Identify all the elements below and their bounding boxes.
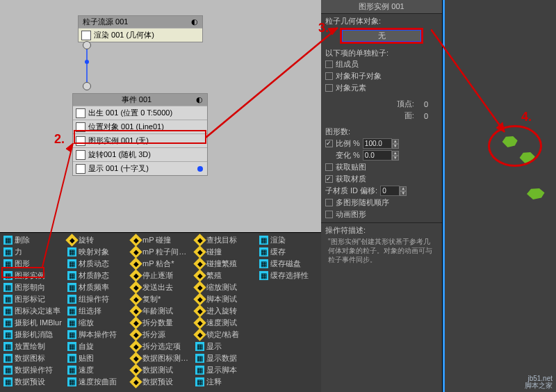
depot-operator[interactable]: ◆数据预设 xyxy=(129,376,193,388)
depot-operator[interactable]: ◆年龄测试 xyxy=(129,305,193,317)
cb-ratio[interactable] xyxy=(325,140,333,147)
depot-operator[interactable]: ◆缩放测试 xyxy=(193,281,257,293)
depot-operator[interactable]: ◆查找目标 xyxy=(193,234,257,246)
shapes-label: 图形数: xyxy=(325,126,350,137)
depot-operator[interactable]: ▦删除 xyxy=(1,234,65,246)
depot-operator[interactable]: ▦摄影机消隐 xyxy=(1,329,65,341)
depot-operator[interactable]: ▦图形实例 xyxy=(1,270,65,281)
svg-point-1 xyxy=(85,60,89,64)
depot-operator[interactable]: ◆碰撞繁殖 xyxy=(193,258,257,270)
depot-operator[interactable]: ▦速度 xyxy=(65,364,129,376)
depot-operator[interactable]: ◆mP 粒子间… xyxy=(129,246,193,258)
depot-operator[interactable]: ▦材质静态 xyxy=(65,270,129,281)
depot-operator[interactable]: ◆复制* xyxy=(129,293,193,305)
depot-operator[interactable]: ◆mP 碰撞 xyxy=(129,234,193,246)
position-op-icon xyxy=(76,122,85,132)
depot-operator[interactable]: ▦渲染 xyxy=(257,234,321,246)
opdesc-text: "图形实例"创建其形状基于参考几何体对象的粒子。对象的动画可与粒子事件同步。 xyxy=(325,236,438,266)
display-color-dot xyxy=(197,166,203,172)
vert-count: 0 xyxy=(424,100,428,108)
depot-operator[interactable]: ▦注释 xyxy=(193,376,257,388)
flow-render-row: 渲染 001 (几何体) xyxy=(94,30,154,40)
event-output-icon: ◐ xyxy=(196,95,203,104)
depot-operator[interactable]: ◆停止逐渐 xyxy=(129,270,193,281)
separate-label: 以下项的单独粒子: xyxy=(325,48,438,58)
depot-operator[interactable]: ▦图形朝向 xyxy=(1,281,65,293)
opdesc-title: 操作符描述: xyxy=(325,225,438,236)
event-title: 事件 001 xyxy=(122,95,152,105)
depot-operator[interactable]: ◆拆分数量 xyxy=(129,317,193,329)
depot-operator[interactable]: ▦材质频率 xyxy=(65,281,129,293)
watermark-site: 脚本之家 xyxy=(525,381,553,391)
depot-operator[interactable]: ▦摄影机 IMBlur xyxy=(1,317,65,329)
depot-operator[interactable]: ◆发送出去 xyxy=(129,281,193,293)
cb-objchild[interactable] xyxy=(325,72,333,80)
depot-operator[interactable]: ▦图形标记 xyxy=(1,293,65,305)
depot-operator[interactable]: ◆mP 粘合* xyxy=(129,258,193,270)
depot-operator[interactable]: ◆拆分选定项 xyxy=(129,341,193,352)
display-op-icon xyxy=(76,164,85,174)
event-in-connector[interactable] xyxy=(83,82,91,90)
particle-leaf xyxy=(518,152,536,164)
depot-operator[interactable]: ▦组选择 xyxy=(65,305,129,317)
depot-operator[interactable]: ▦贴图 xyxy=(65,352,129,364)
depot-operator[interactable]: ▦组操作符 xyxy=(65,293,129,305)
cb-objelem[interactable] xyxy=(325,84,333,92)
depot-operator[interactable]: ▦图标决定速率 xyxy=(1,305,65,317)
depot-operator[interactable]: ◆碰撞 xyxy=(193,246,257,258)
depot-operator[interactable]: ▦数据预设 xyxy=(1,376,65,388)
shape-op-icon xyxy=(76,136,85,146)
cb-getmap[interactable] xyxy=(325,163,333,171)
face-count: 0 xyxy=(424,112,428,120)
pick-geom-button[interactable]: 无 xyxy=(340,28,423,44)
depot-operator[interactable]: ▦数据图标 xyxy=(1,352,65,364)
display-row: 显示 001 (十字叉) xyxy=(88,163,149,174)
depot-operator[interactable]: ◆拆分源 xyxy=(129,329,193,341)
depot-operator[interactable]: ▦数据操作符 xyxy=(1,364,65,376)
depot-operator[interactable]: ▦显示脚本 xyxy=(193,364,257,376)
cb-anim[interactable] xyxy=(325,211,333,218)
cb-multiorder[interactable] xyxy=(325,199,333,206)
annotation-2: 2. xyxy=(54,132,65,147)
rollout-panel[interactable]: 图形实例 001 粒子几何体对象: 无 以下项的单独粒子: 组成员 对象和子对象… xyxy=(321,0,443,392)
depot-operator[interactable]: ▦映射对象 xyxy=(65,246,129,258)
depot-operator[interactable]: ▦放置绘制 xyxy=(1,341,65,352)
rollout-title: 图形实例 001 xyxy=(321,0,442,14)
depot-operator[interactable]: ◆数据测试 xyxy=(129,364,193,376)
depot-operator[interactable]: ▦速度按曲面 xyxy=(65,376,129,388)
highlight-4 xyxy=(488,125,542,167)
viewport[interactable]: 4. jb51.net 脚本之家 xyxy=(443,0,556,392)
depot-operator[interactable]: ◆旋转 xyxy=(65,234,129,246)
var-spinner[interactable]: ▲▼ xyxy=(363,150,399,161)
cb-group[interactable] xyxy=(325,60,333,68)
particle-view-schematic[interactable]: 粒子流源 001◐ 渲染 001 (几何体) 事件 001◐ 出生 001 (位… xyxy=(0,0,321,233)
cb-getmat[interactable] xyxy=(325,175,333,183)
depot-operator[interactable]: ▦自旋 xyxy=(65,341,129,352)
depot-operator[interactable]: ◆繁殖 xyxy=(193,270,257,281)
depot-operator[interactable]: ▦缩放 xyxy=(65,317,129,329)
depot-operator[interactable]: ▦显示 xyxy=(193,341,257,352)
depot-operator[interactable]: ▦材质动态 xyxy=(65,258,129,270)
depot-operator[interactable]: ◆锁定/粘着 xyxy=(193,329,257,341)
particle-leaf xyxy=(500,136,518,148)
shape-row: 图形实例 001 (无) xyxy=(88,136,149,146)
flow-title: 粒子流源 001 xyxy=(83,17,128,27)
depot-operator[interactable]: ▦缓存 xyxy=(257,246,321,258)
operator-depot[interactable]: ▦删除▦力▦图形▦图形实例▦图形朝向▦图形标记▦图标决定速率▦摄影机 IMBlu… xyxy=(0,233,321,392)
depot-operator[interactable]: ◆脚本测试 xyxy=(193,293,257,305)
depot-operator[interactable]: ◆数据图标测… xyxy=(129,352,193,364)
depot-operator[interactable]: ▦力 xyxy=(1,246,65,258)
submat-spinner[interactable]: ▲▼ xyxy=(380,186,407,196)
event-node[interactable]: 事件 001◐ 出生 001 (位置 0 T:5000) 位置对象 001 (L… xyxy=(72,93,208,176)
depot-operator[interactable]: ◆进入旋转 xyxy=(193,305,257,317)
depot-operator[interactable]: ◆速度测试 xyxy=(193,317,257,329)
depot-operator[interactable]: ▦缓存磁盘 xyxy=(257,258,321,270)
depot-operator[interactable]: ▦显示数据 xyxy=(193,352,257,364)
ratio-spinner[interactable]: ▲▼ xyxy=(363,138,399,149)
depot-operator[interactable]: ▦图形 xyxy=(1,258,65,270)
depot-operator[interactable]: ▦脚本操作符 xyxy=(65,329,129,341)
depot-operator[interactable]: ▦缓存选择性 xyxy=(257,270,321,281)
birth-op-icon xyxy=(76,108,85,118)
flow-node[interactable]: 粒子流源 001◐ 渲染 001 (几何体) xyxy=(78,15,203,42)
rotate-op-icon xyxy=(76,150,85,160)
